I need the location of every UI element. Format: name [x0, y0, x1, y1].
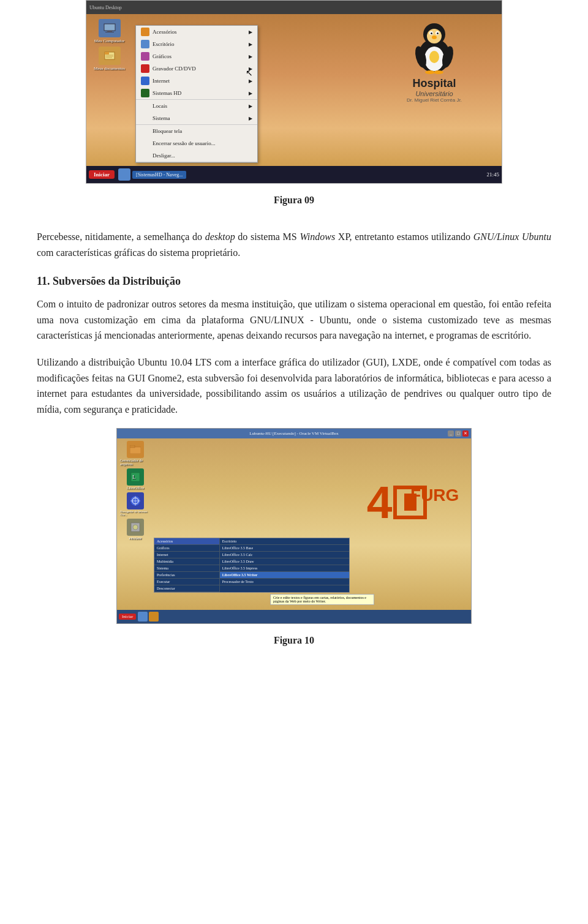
- section-11-text-2: Utilizando a distribuição Ubuntu 10.04 L…: [37, 355, 551, 417]
- lxde-submenu-calc[interactable]: LibreOffice 3.5 Calc: [220, 552, 349, 558]
- lxde-menu-desconectar[interactable]: Desconectar: [154, 585, 219, 592]
- taskbar-window-item[interactable]: [SistemasHD - Naveg...: [132, 171, 186, 179]
- furg-combined-logo: 4 FURG: [367, 479, 429, 525]
- svg-text:L: L: [132, 474, 136, 480]
- svg-rect-0: [104, 24, 115, 31]
- lxde-desktop-screenshot: Lubuntu-HU [Executando] - Oracle VM Virt…: [117, 429, 471, 623]
- ubuntu-start-button[interactable]: Iniciar: [89, 170, 115, 179]
- lxde-menu-col2: Escritório LibreOffice 3.5 Base LibreOff…: [220, 538, 349, 592]
- svg-point-21: [429, 51, 439, 63]
- lxde-start-button[interactable]: Iniciar: [119, 614, 136, 620]
- hospital-name: Hospital: [407, 77, 462, 90]
- menu-item-locais[interactable]: Locais ▶: [136, 100, 257, 112]
- ubuntu-context-menu: Acessórios ▶ Escritório ▶ Gráficos ▶: [135, 25, 258, 163]
- section-11: 11. Subversões da Distribuição Com o int…: [37, 275, 551, 417]
- lxde-menu-sistema[interactable]: Sistema: [154, 565, 219, 572]
- lxde-submenu-draw[interactable]: LibreOffice 3.5 Draw: [220, 558, 349, 565]
- lxde-menu-executar[interactable]: Executar: [154, 579, 219, 585]
- lxde-icon-emulane: emulane: [120, 519, 151, 540]
- ubuntu-bottom-taskbar: Iniciar [SistemasHD - Naveg... 21:45: [86, 166, 502, 183]
- figure-09-caption: Figura 09: [274, 195, 314, 206]
- menu-item-encerrar[interactable]: Encerrar sessão de usuario...: [136, 137, 257, 149]
- menu-item-acessorios[interactable]: Acessórios ▶: [136, 26, 257, 38]
- lxde-submenu-impress[interactable]: LibreOffice 3.5 Impress: [220, 565, 349, 572]
- menu-item-gravador[interactable]: Gravador CD/DVD ▶: [136, 62, 257, 75]
- lxde-desktop-icons: Gerenciador de arquivos L LibreOffice Na…: [120, 441, 151, 540]
- figure-09-image: Ubuntu Desktop Meu Computador Meu: [86, 0, 502, 184]
- lxde-submenu-writer[interactable]: LibreOffice 3.5 Writer: [220, 572, 349, 579]
- lxde-submenu-base[interactable]: LibreOffice 3.5 Base: [220, 545, 349, 552]
- furg-text: FURG: [410, 486, 459, 505]
- svg-point-14: [431, 32, 432, 34]
- page: Ubuntu Desktop Meu Computador Meu: [0, 0, 588, 658]
- lxde-menu-multimidia[interactable]: Multimidia: [154, 558, 219, 565]
- lxde-maximize-button[interactable]: □: [455, 430, 461, 437]
- menu-item-sistemas[interactable]: Sistemas HD ▶: [136, 87, 257, 99]
- svg-point-31: [133, 525, 138, 530]
- lxde-menu-graficos[interactable]: Gráficos: [154, 545, 219, 552]
- svg-point-16: [432, 36, 437, 39]
- svg-point-19: [425, 70, 435, 74]
- lxde-menu-preferencias[interactable]: Preferências: [154, 572, 219, 579]
- lxde-menu-col1: Acessórios Gráficos Internet Multimidia …: [154, 538, 220, 592]
- section-11-text-1: Com o intuito de padronizar outros setor…: [37, 296, 551, 344]
- taskbar-clock: 21:45: [486, 171, 499, 178]
- svg-rect-1: [107, 31, 112, 32]
- section-11-paragraph-1: Com o intuito de padronizar outros setor…: [37, 296, 551, 344]
- lxde-application-menu: Acessórios Gráficos Internet Multimidia …: [154, 538, 350, 593]
- lxde-icon-libreoffice: L LibreOffice: [120, 468, 151, 490]
- menu-item-internet[interactable]: Internet ▶: [136, 75, 257, 87]
- desktop-icon-computer: Meu Computador: [92, 19, 126, 43]
- furg-logo: 4 FURG: [336, 447, 459, 557]
- desktop-icon-documents: Meus documentos: [92, 47, 126, 71]
- lxde-icon-file-manager: Gerenciador de arquivos: [120, 441, 151, 466]
- svg-rect-22: [130, 447, 141, 454]
- lxde-close-button[interactable]: ✕: [462, 430, 469, 437]
- lxde-writer-tooltip: Crie e edite textos e figuras em cartas,…: [270, 594, 374, 605]
- desktop-paragraph-text: Percebesse, nitidamente, a semelhança do…: [37, 229, 551, 260]
- lxde-window-titlebar: Lubuntu-HU [Executando] - Oracle VM Virt…: [117, 429, 471, 438]
- figure-10-container: Lubuntu-HU [Executando] - Oracle VM Virt…: [37, 428, 551, 658]
- ubuntu-desktop-screenshot: Ubuntu Desktop Meu Computador Meu: [86, 1, 502, 183]
- svg-rect-23: [130, 445, 135, 448]
- menu-item-escritorio[interactable]: Escritório ▶: [136, 38, 257, 50]
- figure-09-container: Ubuntu Desktop Meu Computador Meu: [37, 0, 551, 218]
- svg-rect-2: [105, 32, 114, 32]
- lxde-minimize-button[interactable]: _: [448, 430, 454, 437]
- lxde-submenu-escritorio[interactable]: Escritório: [220, 538, 349, 545]
- svg-point-20: [434, 70, 443, 74]
- hospital-logo: Hospital Universitário Dr. Miguel Riet C…: [385, 19, 483, 117]
- lxde-menu-acessorios[interactable]: Acessórios: [154, 538, 219, 545]
- ubuntu-top-taskbar: Ubuntu Desktop: [86, 1, 502, 14]
- lxde-submenu-processador[interactable]: Processador de Texto: [220, 579, 349, 585]
- lxde-bottom-taskbar: Iniciar: [117, 610, 471, 623]
- lxde-window-title: Lubuntu-HU [Executando] - Oracle VM Virt…: [249, 431, 339, 436]
- menu-item-desligar[interactable]: Desligar...: [136, 149, 257, 162]
- hospital-doctor: Dr. Miguel Riet Corréa Jr.: [407, 97, 462, 103]
- figure-10-caption: Figura 10: [274, 635, 314, 646]
- menu-item-bloquear[interactable]: Bloquear tela: [136, 125, 257, 137]
- figure-10-image: Lubuntu-HU [Executando] - Oracle VM Virt…: [116, 428, 472, 624]
- lxde-menu-internet[interactable]: Internet: [154, 552, 219, 558]
- lxde-window-controls: _ □ ✕: [448, 430, 469, 437]
- section-11-paragraph-2: Utilizando a distribuição Ubuntu 10.04 L…: [37, 355, 551, 417]
- hospital-text: Hospital Universitário Dr. Miguel Riet C…: [407, 77, 462, 103]
- mouse-cursor: ↖: [246, 68, 253, 78]
- ubuntu-desktop-icons: Meu Computador Meus documentos: [92, 19, 126, 71]
- hospital-subtitle: Universitário: [407, 90, 462, 97]
- lxde-icon-browser: Navegador de Internet Chr...: [120, 492, 151, 516]
- menu-item-graficos[interactable]: Gráficos ▶: [136, 50, 257, 62]
- section-11-title: 11. Subversões da Distribuição: [37, 275, 551, 288]
- menu-item-sistema[interactable]: Sistema ▶: [136, 112, 257, 124]
- paragraph-desktop-description: Percebesse, nitidamente, a semelhança do…: [37, 229, 551, 260]
- svg-rect-4: [105, 52, 109, 54]
- svg-point-15: [437, 32, 439, 34]
